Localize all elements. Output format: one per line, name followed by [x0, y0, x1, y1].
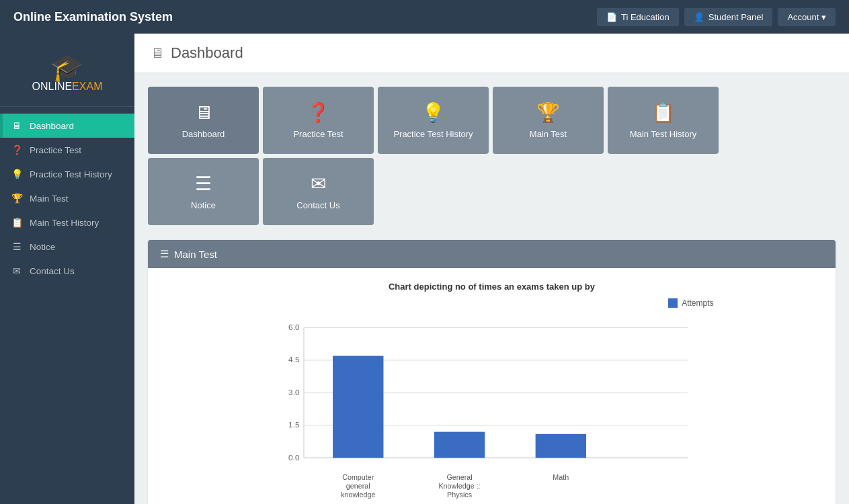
svg-text:Physics: Physics [447, 491, 472, 499]
main-test-history-nav-label: Main Test History [30, 218, 99, 228]
bar-chart: 6.0 4.5 3.0 1.5 0.0 Computer general kno… [257, 313, 727, 501]
svg-text:Computer: Computer [342, 473, 374, 481]
section-header-label: Main Test [174, 249, 217, 260]
sidebar-item-practice-test-history[interactable]: 💡 Practice Test History [0, 162, 134, 186]
svg-text:general: general [346, 482, 370, 490]
dashboard-nav-icon: 🖥 [11, 120, 23, 131]
student-panel-label: Student Panel [709, 12, 764, 22]
student-panel-button[interactable]: 👤 Student Panel [684, 8, 773, 26]
navbar-right: 📄 Ti Education 👤 Student Panel Account ▾ [597, 8, 836, 26]
tile-notice-label: Notice [186, 200, 221, 210]
tile-contact-us-icon: ✉ [311, 173, 326, 195]
tile-dashboard-icon: 🖥 [194, 101, 213, 124]
tile-contact-us-label: Contact Us [291, 200, 345, 210]
svg-text:Knowledge ::: Knowledge :: [438, 482, 480, 490]
practice-test-nav-icon: ❓ [11, 144, 23, 155]
tile-practice-test-label: Practice Test [288, 129, 348, 139]
contact-us-nav-icon: ✉ [11, 265, 23, 276]
tile-practice-test-history[interactable]: 💡 Practice Test History [378, 87, 489, 154]
sidebar: 🎓 ONLINEEXAM 🖥 Dashboard ❓ Practice Test [0, 34, 134, 504]
chart-legend: Attempts [257, 298, 727, 308]
tile-notice-icon: ☰ [195, 173, 212, 195]
chart-title: Chart depicting no of times an exams tak… [257, 282, 727, 292]
svg-text:Math: Math [553, 473, 569, 481]
tile-practice-test-history-icon: 💡 [421, 101, 445, 124]
main-test-history-nav-icon: 📋 [11, 217, 23, 228]
main-test-nav-label: Main Test [30, 194, 69, 204]
logo-online: ONLINE [32, 81, 73, 92]
tile-main-test-icon: 🏆 [536, 101, 560, 124]
svg-text:0.0: 0.0 [288, 453, 300, 462]
tile-dashboard-label: Dashboard [177, 129, 231, 139]
legend-color-box [668, 298, 678, 308]
svg-text:General: General [446, 473, 472, 481]
svg-text:6.0: 6.0 [288, 323, 300, 332]
practice-test-history-nav-label: Practice Test History [30, 169, 112, 179]
chart-container: Chart depicting no of times an exams tak… [257, 282, 727, 501]
bar-general-knowledge [434, 432, 484, 458]
section-header: ☰ Main Test [148, 240, 836, 268]
svg-text:knowledge: knowledge [341, 491, 375, 499]
content-area: 🖥 Dashboard 🖥 Dashboard ❓ Practice Test … [134, 34, 849, 504]
svg-text:3.0: 3.0 [288, 388, 300, 397]
practice-test-nav-label: Practice Test [30, 145, 81, 155]
svg-text:1.5: 1.5 [288, 420, 300, 429]
tile-dashboard[interactable]: 🖥 Dashboard [148, 87, 259, 154]
sidebar-item-practice-test[interactable]: ❓ Practice Test [0, 138, 134, 162]
navbar: Online Examination System 📄 Ti Education… [0, 0, 849, 34]
logo-exam: EXAM [72, 81, 102, 92]
tile-practice-test-history-label: Practice Test History [388, 129, 478, 139]
tile-practice-test-icon: ❓ [307, 101, 330, 124]
tile-contact-us[interactable]: ✉ Contact Us [263, 158, 374, 225]
practice-test-history-nav-icon: 💡 [11, 169, 23, 179]
account-label: Account ▾ [787, 12, 826, 22]
sidebar-nav: 🖥 Dashboard ❓ Practice Test 💡 Practice T… [0, 107, 134, 290]
student-panel-icon: 👤 [694, 12, 704, 22]
sidebar-item-main-test-history[interactable]: 📋 Main Test History [0, 210, 134, 235]
notice-nav-icon: ☰ [11, 241, 23, 252]
tile-grid: 🖥 Dashboard ❓ Practice Test 💡 Practice T… [134, 73, 849, 229]
sidebar-item-main-test[interactable]: 🏆 Main Test [0, 186, 134, 210]
dashboard-nav-label: Dashboard [30, 121, 74, 131]
logo-icon: 🎓 [7, 54, 128, 81]
page-header-icon: 🖥 [151, 46, 164, 61]
main-test-nav-icon: 🏆 [11, 193, 23, 204]
tile-main-test[interactable]: 🏆 Main Test [493, 87, 604, 154]
tile-main-test-history-label: Main Test History [624, 129, 702, 139]
legend-label: Attempts [682, 298, 713, 308]
tile-main-test-history[interactable]: 📋 Main Test History [608, 87, 719, 154]
section-header-icon: ☰ [160, 248, 169, 260]
page-header: 🖥 Dashboard [134, 34, 849, 73]
logo-text: ONLINEEXAM [7, 81, 128, 93]
svg-text:4.5: 4.5 [288, 355, 300, 364]
ti-education-button[interactable]: 📄 Ti Education [597, 8, 679, 26]
sidebar-item-dashboard[interactable]: 🖥 Dashboard [0, 114, 134, 138]
account-button[interactable]: Account ▾ [778, 8, 836, 26]
sidebar-item-notice[interactable]: ☰ Notice [0, 235, 134, 259]
main-test-section: ☰ Main Test Chart depicting no of times … [148, 240, 836, 504]
navbar-brand: Online Examination System [13, 10, 597, 24]
sidebar-item-contact-us[interactable]: ✉ Contact Us [0, 259, 134, 283]
bar-computer [333, 356, 383, 458]
contact-us-nav-label: Contact Us [30, 266, 75, 276]
page-title: Dashboard [171, 44, 243, 62]
ti-education-label: Ti Education [621, 12, 670, 22]
notice-nav-label: Notice [30, 242, 55, 252]
main-layout: 🎓 ONLINEEXAM 🖥 Dashboard ❓ Practice Test [0, 34, 849, 504]
section-body: Chart depicting no of times an exams tak… [148, 268, 836, 504]
tile-main-test-history-icon: 📋 [651, 101, 675, 124]
tile-notice[interactable]: ☰ Notice [148, 158, 259, 225]
ti-education-icon: 📄 [606, 12, 617, 22]
tile-practice-test[interactable]: ❓ Practice Test [263, 87, 374, 154]
sidebar-logo: 🎓 ONLINEEXAM [0, 40, 134, 107]
tile-main-test-label: Main Test [524, 129, 572, 139]
bar-math [535, 434, 585, 458]
